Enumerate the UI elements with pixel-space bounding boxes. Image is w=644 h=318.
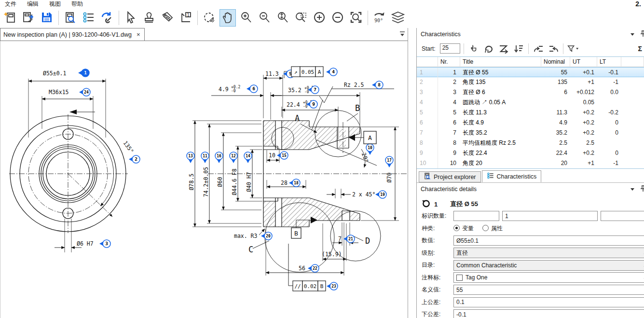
table-cell: 2.5 — [570, 138, 597, 148]
balloon-3[interactable]: 3 — [99, 240, 110, 248]
field-nominal: 名义值: 55 — [422, 284, 644, 296]
save-button[interactable] — [39, 9, 55, 27]
menu-edit[interactable]: 编辑 — [27, 0, 39, 8]
table-row[interactable]: 88平均值粗糙度 Rz 2.52.52.5 — [417, 138, 644, 148]
balloon-12[interactable]: 12 — [230, 152, 237, 163]
balloon-4[interactable]: 4 — [326, 68, 337, 76]
hatch-region-button[interactable] — [201, 9, 218, 27]
table-cell — [621, 77, 644, 87]
balloon-24[interactable]: 24 — [79, 88, 90, 96]
tag-select[interactable]: Tag One — [453, 272, 644, 283]
drawing-canvas[interactable]: Ø55±0.1M36x15135°Ø6 H711.34.9+0.2-035.2+… — [0, 41, 408, 318]
menu-help[interactable]: 帮助 — [71, 0, 83, 8]
start-input[interactable]: 25 — [440, 43, 460, 54]
col-lt[interactable]: LT — [597, 57, 621, 67]
update-settings-button[interactable] — [99, 9, 115, 27]
balloon-1[interactable]: 1 — [78, 69, 89, 77]
nominal-input[interactable]: 55 — [453, 285, 644, 295]
table-row[interactable]: 55长度 11.311.3+0.2-0.2 — [417, 108, 644, 118]
zigzag-order-icon[interactable] — [497, 42, 510, 55]
col-ut[interactable]: UT — [570, 57, 597, 67]
catalog-select[interactable]: Common Characteristic — [453, 260, 644, 271]
document-tab[interactable]: New inspection plan (A) | 930-1200-406-V… — [0, 28, 145, 41]
col-title[interactable]: Title — [460, 57, 541, 67]
balloon-21[interactable]: 21 — [343, 235, 355, 243]
zoom-fit-button[interactable] — [348, 9, 364, 27]
pin-icon[interactable] — [640, 30, 644, 39]
table-cell: +0.2 — [570, 148, 597, 158]
layers-button[interactable] — [390, 9, 406, 27]
radio-attribute[interactable]: 属性 — [482, 224, 503, 233]
balloon-18[interactable]: 18 — [289, 179, 300, 187]
svg-text:4: 4 — [332, 69, 335, 74]
menu-file[interactable]: 文件 — [5, 0, 16, 8]
open-document-button[interactable] — [20, 9, 37, 27]
balloon-20[interactable]: 20 — [261, 232, 272, 240]
transfer-in-icon[interactable] — [532, 42, 545, 55]
col-nominal[interactable]: Nominal — [541, 57, 570, 67]
id-count-input-1[interactable] — [453, 211, 499, 221]
table-row[interactable]: 1010角度 2020+1-1 — [417, 158, 644, 168]
pin-icon[interactable] — [640, 185, 644, 194]
radio-variable[interactable]: 变量 — [453, 224, 474, 233]
svg-text:9: 9 — [312, 101, 315, 107]
value-input[interactable]: Ø55±0.1 — [453, 235, 644, 246]
tab-list-menu-icon[interactable] — [399, 31, 406, 38]
balloon-14[interactable]: 14 — [244, 152, 252, 163]
balloon-8[interactable]: 8 — [372, 81, 383, 89]
tab-close-icon[interactable]: × — [137, 31, 140, 38]
new-document-button[interactable] — [2, 9, 18, 27]
pane-splitter[interactable] — [408, 28, 416, 318]
balloon-19[interactable]: 19 — [375, 191, 386, 198]
balloon-11[interactable]: 11 — [201, 152, 209, 163]
tab-characteristics[interactable]: Characteristics — [482, 170, 542, 182]
table-row[interactable]: 33直径 Ø 66+0.0120.0 — [417, 87, 644, 97]
characteristic-list-button[interactable] — [81, 9, 97, 27]
lower-tolerance-input[interactable]: -0.1 — [453, 309, 644, 318]
balloon-22[interactable]: 22 — [308, 264, 319, 272]
panel-menu-icon[interactable] — [630, 31, 635, 38]
balloon-16[interactable]: 16 — [215, 152, 223, 163]
renumber-icon[interactable] — [482, 42, 495, 55]
balloon-17[interactable]: 17 — [385, 156, 393, 167]
table-row[interactable]: 66长度 4.94.9+0.20 — [417, 118, 644, 128]
menu-view[interactable]: 视图 — [49, 0, 61, 8]
pick-hand-icon[interactable] — [467, 42, 480, 55]
sigma-summary-button[interactable]: Σ — [638, 45, 642, 53]
level-select[interactable]: 直径 — [453, 248, 644, 258]
balloon-23[interactable]: 23 — [327, 282, 338, 290]
balloon-15[interactable]: 15 — [277, 152, 288, 159]
balloon-6[interactable]: 6 — [247, 85, 258, 93]
table-row[interactable]: 77长度 35.235.2+0.20 — [417, 128, 644, 138]
col-nr[interactable]: Nr. — [438, 57, 460, 67]
rotate-90-button[interactable]: 90° — [371, 9, 388, 27]
decrease-button[interactable] — [329, 9, 346, 27]
tab-project-explorer[interactable]: Project explorer — [419, 171, 481, 182]
corner-dimension-button[interactable]: 1 — [178, 9, 194, 27]
table-row[interactable]: 22角度 135135+1-1 — [417, 77, 644, 87]
pan-hand-button[interactable] — [219, 9, 236, 27]
zoom-window-button[interactable] — [293, 9, 309, 27]
filter-icon[interactable] — [567, 42, 579, 55]
zoom-dynamic-button[interactable] — [274, 9, 291, 27]
stamp-button[interactable] — [141, 9, 157, 27]
tag-checkbox[interactable] — [456, 275, 463, 281]
table-row[interactable]: 44圆跳动 ↗ 0.05 A0.05 — [417, 97, 644, 108]
panel-menu-icon[interactable] — [630, 186, 635, 193]
zoom-out-button[interactable] — [256, 9, 273, 27]
sort-list-icon[interactable] — [512, 42, 525, 55]
increase-button[interactable] — [311, 9, 328, 27]
id-count-input-3[interactable] — [601, 211, 644, 221]
upper-tolerance-input[interactable]: 0.1 — [453, 297, 644, 307]
id-count-input-2[interactable]: 1 — [502, 211, 598, 221]
table-row[interactable]: 99长度 22.422.4+0.20 — [417, 148, 644, 158]
balloon-13[interactable]: 13 — [187, 152, 194, 163]
balloon-2[interactable]: 2 — [129, 155, 140, 163]
find-document-button[interactable] — [62, 9, 79, 27]
table-row[interactable]: 11直径 Ø 5555+0.1-0.1 — [417, 67, 644, 77]
zoom-in-button[interactable] — [238, 9, 254, 27]
tag-button[interactable] — [159, 9, 176, 27]
select-cursor-button[interactable] — [123, 9, 139, 27]
transfer-out-icon[interactable] — [547, 42, 560, 55]
dimension-text: Ø55±0.1 — [43, 70, 67, 77]
